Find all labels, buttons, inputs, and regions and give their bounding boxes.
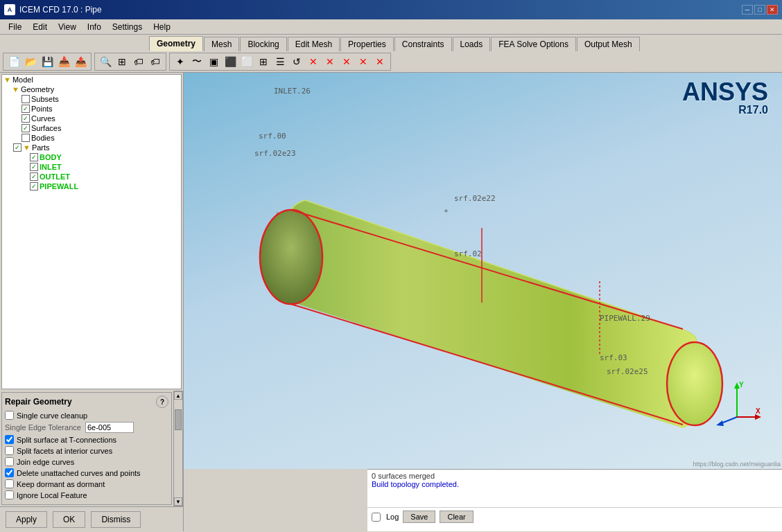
mesh3-icon[interactable]: ☰ (272, 54, 288, 69)
tab-fea[interactable]: FEA Solve Options (491, 37, 576, 51)
scroll-thumb[interactable] (175, 409, 182, 430)
menu-info[interactable]: Info (82, 21, 107, 33)
app-icon: A (4, 4, 15, 15)
checkbox-curves[interactable]: ✓ (21, 114, 30, 123)
svg-marker-8 (755, 414, 761, 420)
delete-unattached-label: Delete unattached curves and points (17, 469, 141, 477)
checkbox-outlet[interactable]: ✓ (30, 172, 38, 181)
log-checkbox[interactable] (372, 513, 381, 522)
checkbox-points[interactable]: ✓ (21, 105, 30, 113)
tree-bodies-label: Bodies (31, 134, 55, 142)
repair-panel-title: Repair Geometry ? (5, 396, 168, 408)
delete5-icon[interactable]: ✕ (372, 54, 388, 69)
label-pipewall29: PIPEWALL.29 (600, 314, 650, 323)
tree-geometry[interactable]: ▼ Geometry (2, 85, 181, 94)
menu-settings[interactable]: Settings (107, 21, 148, 33)
dismiss-button[interactable]: Dismiss (91, 511, 141, 528)
curve-icon[interactable]: 〜 (189, 54, 205, 69)
window-controls[interactable]: ─ □ ✕ (742, 5, 778, 15)
new-icon[interactable]: 📄 (6, 54, 21, 69)
menu-help[interactable]: Help (148, 21, 176, 33)
delete3-icon[interactable]: ✕ (339, 54, 354, 69)
menu-file[interactable]: File (3, 21, 27, 33)
save-button[interactable]: Save (403, 511, 435, 523)
tree-curves[interactable]: ✓ Curves (2, 114, 181, 123)
save-icon[interactable]: 💾 (40, 54, 55, 69)
tree-model[interactable]: ▼ Model (2, 75, 181, 85)
tree-outlet[interactable]: ✓ OUTLET (2, 172, 181, 181)
split-surface-checkbox[interactable] (5, 435, 14, 444)
single-curve-cleanup-checkbox[interactable] (5, 411, 14, 420)
checkbox-surfaces[interactable]: ✓ (21, 124, 30, 132)
zoom-icon[interactable]: 🔍 (98, 54, 113, 69)
tab-mesh[interactable]: Mesh (204, 37, 239, 51)
title-area: A ICEM CFD 17.0 : Pipe (4, 4, 102, 15)
help-icon[interactable]: ? (156, 396, 168, 408)
transform-icon[interactable]: ↺ (289, 54, 304, 69)
join-edge-checkbox[interactable] (5, 457, 14, 466)
checkbox-body[interactable]: ✓ (30, 153, 38, 161)
export-icon[interactable]: 📤 (73, 54, 88, 69)
checkbox-subsets[interactable] (21, 95, 30, 103)
tab-properties[interactable]: Properties (340, 37, 394, 51)
tag-icon[interactable]: 🏷 (131, 54, 146, 69)
fit-icon[interactable]: ⊞ (114, 54, 130, 69)
checkbox-pipewall[interactable]: ✓ (30, 182, 38, 190)
tab-output-mesh[interactable]: Output Mesh (577, 37, 640, 51)
import-icon[interactable]: 📥 (56, 54, 71, 69)
tree-curves-label: Curves (31, 114, 55, 123)
mesh1-icon[interactable]: ⬜ (239, 54, 254, 69)
apply-button[interactable]: Apply (6, 511, 47, 528)
toolbar-area: Geometry Mesh Blocking Edit Mesh Propert… (0, 35, 782, 73)
tree-inlet[interactable]: ✓ INLET (2, 162, 181, 172)
open-icon[interactable]: 📂 (23, 54, 38, 69)
tab-loads[interactable]: Loads (453, 37, 491, 51)
tree-subsets[interactable]: Subsets (2, 94, 181, 104)
main-content: ▼ Model ▼ Geometry Subsets ✓ Points ✓ Cu… (0, 73, 782, 531)
tree-surfaces-label: Surfaces (31, 124, 61, 132)
ignore-local-checkbox[interactable] (5, 490, 14, 499)
repair-scrollbar[interactable]: ▲ ▼ (173, 391, 183, 506)
tab-edit-mesh[interactable]: Edit Mesh (288, 37, 340, 51)
split-facets-checkbox[interactable] (5, 446, 14, 455)
mesh2-icon[interactable]: ⊞ (256, 54, 271, 69)
checkbox-inlet[interactable]: ✓ (30, 163, 38, 171)
close-button[interactable]: ✕ (767, 5, 778, 15)
checkbox-bodies[interactable] (21, 134, 30, 142)
delete2-icon[interactable]: ✕ (322, 54, 338, 69)
surface-icon[interactable]: ▣ (206, 54, 221, 69)
delete1-icon[interactable]: ✕ (306, 54, 321, 69)
point-icon[interactable]: ✦ (173, 54, 188, 69)
tree-bodies[interactable]: Bodies (2, 133, 181, 143)
scroll-up-arrow[interactable]: ▲ (174, 391, 182, 400)
delete-unattached-checkbox[interactable] (5, 468, 14, 477)
label-srf00: srf.00 (259, 132, 286, 141)
tolerance-input[interactable] (85, 422, 134, 433)
folder-icon: ▼ (12, 85, 19, 94)
body-icon[interactable]: ⬛ (223, 54, 238, 69)
tab-constraints[interactable]: Constraints (394, 37, 452, 51)
checkbox-parts[interactable]: ✓ (13, 143, 21, 152)
tree-surfaces[interactable]: ✓ Surfaces (2, 123, 181, 133)
minimize-button[interactable]: ─ (742, 5, 753, 15)
tree-parts[interactable]: ✓ ▼ Parts (2, 143, 181, 152)
scroll-down-arrow[interactable]: ▼ (174, 497, 182, 506)
tag2-icon[interactable]: 🏷 (148, 54, 163, 69)
tab-geometry[interactable]: Geometry (149, 36, 203, 51)
tree-pipewall[interactable]: ✓ PIPEWALL (2, 181, 181, 191)
tab-blocking[interactable]: Blocking (240, 37, 286, 51)
tab-strip: Geometry Mesh Blocking Edit Mesh Propert… (0, 35, 782, 51)
tree-body[interactable]: ✓ BODY (2, 152, 181, 162)
clear-button[interactable]: Clear (440, 511, 473, 523)
delete4-icon[interactable]: ✕ (356, 54, 371, 69)
label-srfe22: srf.02e22 (454, 194, 496, 203)
keep-dormant-checkbox[interactable] (5, 479, 14, 488)
model-tree[interactable]: ▼ Model ▼ Geometry Subsets ✓ Points ✓ Cu… (1, 74, 182, 389)
ok-button[interactable]: OK (53, 511, 85, 528)
label-srfe25: srf.02e25 (607, 367, 648, 376)
menu-view[interactable]: View (53, 21, 82, 33)
menu-edit[interactable]: Edit (27, 21, 53, 33)
viewport[interactable]: ANSYS R17.0 (184, 73, 782, 469)
maximize-button[interactable]: □ (754, 5, 765, 15)
tree-points[interactable]: ✓ Points (2, 104, 181, 114)
